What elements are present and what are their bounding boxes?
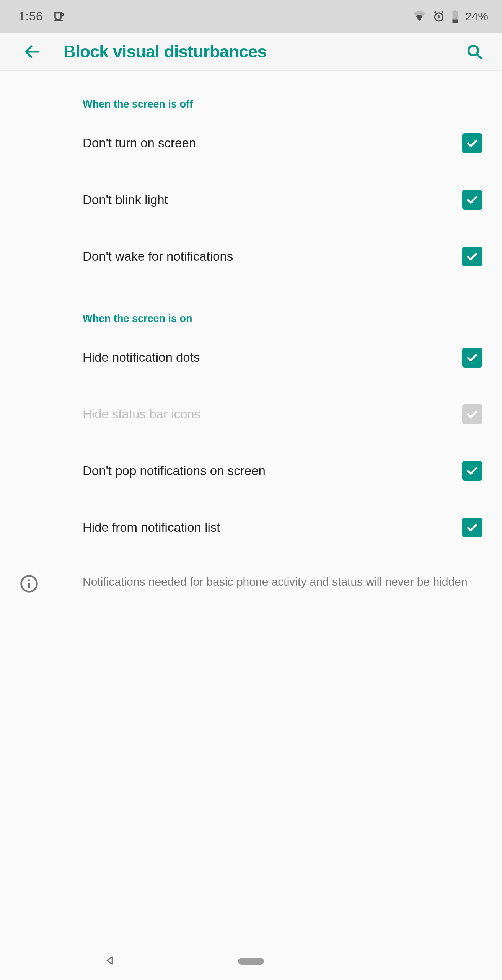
row-label: Don't wake for notifications bbox=[83, 248, 462, 265]
battery-icon bbox=[451, 10, 459, 23]
svg-rect-3 bbox=[452, 19, 458, 23]
back-button[interactable] bbox=[18, 38, 46, 65]
search-button[interactable] bbox=[461, 38, 488, 65]
checkbox-dont-wake-notifications[interactable] bbox=[462, 247, 482, 266]
checkbox-dont-blink-light[interactable] bbox=[462, 190, 482, 210]
section-screen-on: When the screen is on Hide notification … bbox=[0, 285, 502, 556]
svg-rect-1 bbox=[454, 10, 456, 11]
row-hide-status-bar-icons: Hide status bar icons bbox=[0, 386, 502, 443]
checkbox-hide-status-bar-icons bbox=[462, 404, 482, 424]
row-label: Hide notification dots bbox=[83, 350, 462, 366]
row-hide-from-notification-list[interactable]: Hide from notification list bbox=[0, 499, 502, 556]
checkmark-icon bbox=[465, 136, 479, 150]
section-screen-off: When the screen is off Don't turn on scr… bbox=[0, 71, 502, 285]
row-dont-pop-notifications[interactable]: Don't pop notifications on screen bbox=[0, 443, 502, 499]
checkmark-icon bbox=[465, 407, 479, 421]
system-nav-bar bbox=[0, 942, 502, 980]
row-label: Hide from notification list bbox=[83, 519, 462, 536]
alarm-icon bbox=[432, 10, 445, 23]
info-icon bbox=[18, 573, 40, 595]
info-text: Notifications needed for basic phone act… bbox=[58, 573, 468, 590]
checkbox-hide-from-notification-list[interactable] bbox=[462, 518, 482, 537]
nav-back-button[interactable] bbox=[104, 954, 116, 968]
section-header-screen-off: When the screen is off bbox=[0, 71, 502, 115]
search-icon bbox=[466, 43, 483, 60]
status-right: 24% bbox=[412, 10, 488, 23]
coffee-icon bbox=[52, 9, 67, 24]
status-time: 1:56 bbox=[18, 9, 43, 23]
page-title: Block visual disturbances bbox=[64, 42, 461, 61]
wifi-icon bbox=[412, 10, 426, 23]
row-label: Don't turn on screen bbox=[83, 135, 462, 152]
checkbox-hide-notification-dots[interactable] bbox=[462, 348, 482, 368]
checkbox-dont-turn-on-screen[interactable] bbox=[462, 133, 482, 153]
checkmark-icon bbox=[465, 351, 479, 364]
battery-percentage: 24% bbox=[465, 10, 488, 23]
row-label: Don't pop notifications on screen bbox=[83, 463, 462, 479]
checkmark-icon bbox=[465, 250, 479, 263]
content: When the screen is off Don't turn on scr… bbox=[0, 71, 502, 942]
svg-point-7 bbox=[28, 579, 30, 581]
checkbox-dont-pop-notifications[interactable] bbox=[462, 461, 482, 481]
info-footer: Notifications needed for basic phone act… bbox=[0, 556, 502, 611]
row-label: Don't blink light bbox=[83, 192, 462, 208]
arrow-left-icon bbox=[23, 42, 41, 61]
row-dont-turn-on-screen[interactable]: Don't turn on screen bbox=[0, 115, 502, 172]
nav-home-pill[interactable] bbox=[238, 958, 264, 965]
row-dont-blink-light[interactable]: Don't blink light bbox=[0, 172, 502, 228]
row-dont-wake-notifications[interactable]: Don't wake for notifications bbox=[0, 228, 502, 285]
app-bar: Block visual disturbances bbox=[0, 33, 502, 71]
triangle-left-icon bbox=[104, 954, 116, 967]
checkmark-icon bbox=[465, 193, 479, 207]
section-header-screen-on: When the screen is on bbox=[0, 285, 502, 329]
checkmark-icon bbox=[465, 464, 479, 478]
system-status-bar: 1:56 bbox=[0, 0, 502, 33]
checkmark-icon bbox=[465, 521, 479, 534]
row-label: Hide status bar icons bbox=[83, 406, 462, 423]
row-hide-notification-dots[interactable]: Hide notification dots bbox=[0, 329, 502, 386]
status-left: 1:56 bbox=[18, 9, 67, 24]
